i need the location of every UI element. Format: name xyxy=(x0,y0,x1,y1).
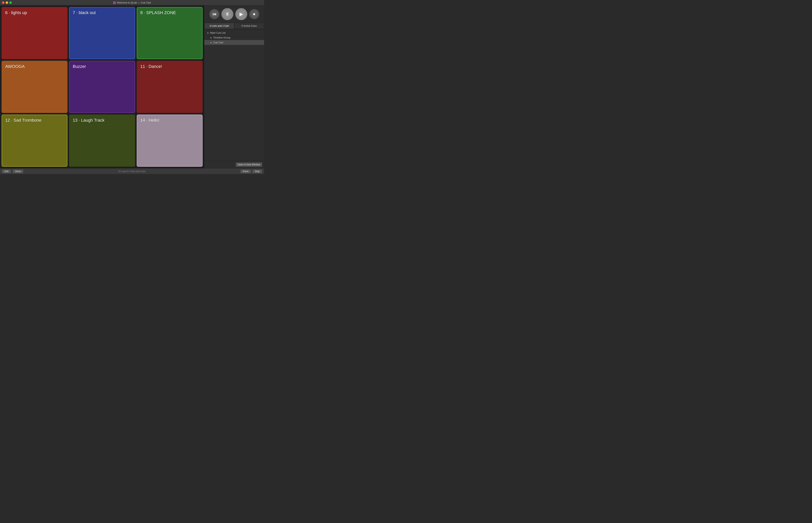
bottom-left-controls: Edit Show xyxy=(2,169,23,173)
global-stop-button[interactable]: Stop xyxy=(252,169,262,173)
cue-tile-cue-4[interactable]: AWOOGA xyxy=(2,61,68,113)
edit-button[interactable]: Edit xyxy=(2,169,11,173)
cue-tile-cue-9[interactable]: 14 · Hello! xyxy=(137,114,203,167)
stop-button[interactable]: ■ xyxy=(249,9,259,19)
titlebar: Welcome to QLab — Cue Cart xyxy=(0,0,264,5)
window-title: Welcome to QLab — Cue Cart xyxy=(113,1,151,4)
tab-lists[interactable]: 2 Lists and 1 Cart xyxy=(204,23,234,29)
cue-tile-label-cue-7: 12 · Sad Trombone xyxy=(5,118,64,123)
cue-tile-label-cue-1: 6 · lights up xyxy=(5,10,64,15)
cue-tile-label-cue-3: 8 · SPLASH ZONE xyxy=(140,10,199,15)
tree-item-timeline-group[interactable]: ▶Timeline Group xyxy=(204,35,264,40)
cue-list-tree: ▶Main Cue List▶Timeline Group▶Cue Cart xyxy=(204,29,264,161)
tab-active-cues[interactable]: 0 Active Cues xyxy=(234,23,264,29)
sidebar-footer: Open in New Window xyxy=(204,161,264,168)
cue-tile-cue-2[interactable]: 7 · black out xyxy=(69,7,135,59)
open-new-window-button[interactable]: Open in New Window xyxy=(236,162,262,167)
transport-controls: ⏮ ⏸ ▶ ■ xyxy=(204,5,264,23)
tree-label-cue-cart: Cue Cart xyxy=(213,41,223,44)
bottom-right-controls: Panic Stop xyxy=(240,169,262,173)
tree-arrow-timeline-group: ▶ xyxy=(210,37,212,39)
panic-button[interactable]: Panic xyxy=(240,169,251,173)
tree-arrow-cue-cart: ▶ xyxy=(210,41,212,43)
cue-tile-cue-7[interactable]: 12 · Sad Trombone xyxy=(2,114,68,167)
show-button[interactable]: Show xyxy=(13,169,23,173)
tab-bar: 2 Lists and 1 Cart 0 Active Cues xyxy=(204,23,264,29)
maximize-button[interactable] xyxy=(9,1,12,4)
cue-tile-label-cue-6: 11 · Dance! xyxy=(140,64,199,69)
window-controls xyxy=(2,1,12,4)
cue-tile-cue-5[interactable]: Buzzer xyxy=(69,61,135,113)
cue-tile-label-cue-2: 7 · black out xyxy=(73,10,131,15)
app-body: 6 · lights up7 · black out8 · SPLASH ZON… xyxy=(0,5,264,168)
cue-tile-cue-6[interactable]: 11 · Dance! xyxy=(137,61,203,113)
sidebar: ⏮ ⏸ ▶ ■ 2 Lists and 1 Cart 0 Active Cues… xyxy=(204,5,264,168)
tree-item-cue-cart[interactable]: ▶Cue Cart xyxy=(204,40,264,45)
pause-button[interactable]: ⏸ xyxy=(221,8,233,20)
tree-label-timeline-group: Timeline Group xyxy=(213,36,230,39)
cue-tile-label-cue-9: 14 · Hello! xyxy=(140,118,199,123)
rewind-button[interactable]: ⏮ xyxy=(209,9,219,19)
app-icon xyxy=(113,1,116,4)
bottom-bar: Edit Show 31 cues in 3 lists and carts P… xyxy=(0,168,264,174)
tree-label-main-cue-list: Main Cue List xyxy=(210,31,225,34)
play-button[interactable]: ▶ xyxy=(235,8,247,20)
cue-tile-cue-8[interactable]: 13 · Laugh Track xyxy=(69,114,135,167)
cue-tile-label-cue-8: 13 · Laugh Track xyxy=(73,118,131,123)
cue-cart-grid: 6 · lights up7 · black out8 · SPLASH ZON… xyxy=(0,5,204,168)
close-button[interactable] xyxy=(2,1,4,4)
tree-item-main-cue-list[interactable]: ▶Main Cue List xyxy=(204,30,264,35)
tree-arrow-main-cue-list: ▶ xyxy=(207,32,209,34)
cue-tile-label-cue-4: AWOOGA xyxy=(5,64,64,69)
cue-tile-cue-3[interactable]: 8 · SPLASH ZONE xyxy=(137,7,203,59)
status-text: 31 cues in 3 lists and carts xyxy=(118,170,145,173)
cue-tile-label-cue-5: Buzzer xyxy=(73,64,131,69)
cue-tile-cue-1[interactable]: 6 · lights up xyxy=(2,7,68,59)
minimize-button[interactable] xyxy=(6,1,8,4)
